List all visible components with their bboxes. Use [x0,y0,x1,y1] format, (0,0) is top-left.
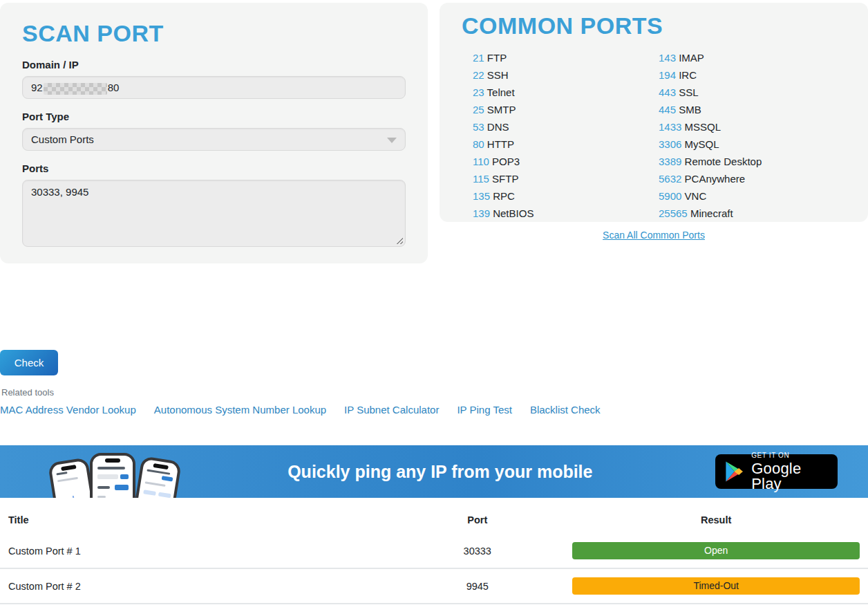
port-number-link[interactable]: 143 [659,52,676,64]
port-service-name: POP3 [489,156,520,167]
port-service-name: MySQL [681,138,719,150]
port-number-link[interactable]: 135 [473,190,490,202]
result-cell: Timed-Out [564,568,868,604]
google-play-badge[interactable]: GET IT ON Google Play [715,454,838,489]
port-service-name: VNC [681,190,706,202]
port-service-name: Remote Desktop [681,156,762,167]
related-tool-link[interactable]: IP Ping Test [457,404,512,416]
port-type-selected-value: Custom Ports [31,133,94,145]
port-service-name: PCAnywhere [681,173,745,185]
top-section: SCAN PORT Domain / IP 9280 Port Type Cus… [0,0,868,263]
scan-port-title: SCAN PORT [22,20,406,47]
common-port-item: 5900 VNC [659,187,846,205]
port-number-link[interactable]: 5632 [659,173,681,185]
port-service-name: IMAP [676,52,704,64]
common-port-item: 3389 Remote Desktop [659,153,846,170]
port-service-name: NetBIOS [490,207,534,219]
port-service-name: SFTP [489,173,519,185]
port-number-link[interactable]: 194 [659,69,676,81]
domain-ip-redacted-mask [44,83,107,95]
port-service-name: SSL [676,86,699,98]
port-number-link[interactable]: 22 [473,69,484,81]
port-number-link[interactable]: 110 [473,156,489,167]
related-tool-link[interactable]: IP Subnet Calculator [344,404,439,416]
result-port: 9945 [390,568,564,604]
port-number-link[interactable]: 3389 [659,156,681,167]
port-type-select[interactable]: Custom Ports [22,128,406,151]
port-service-name: SSH [484,69,509,81]
phone-right [129,456,182,498]
common-port-item: 53 DNS [473,118,659,136]
port-number-link[interactable]: 23 [473,86,484,98]
port-number-link[interactable]: 443 [659,86,676,98]
domain-ip-label: Domain / IP [22,59,406,71]
common-port-item: 25 SMTP [473,101,659,118]
port-service-name: SMTP [484,104,516,115]
port-service-name: HTTP [484,138,514,150]
result-port: 30333 [390,534,564,568]
ports-value: 30333, 9945 [31,186,88,198]
scan-port-panel: SCAN PORT Domain / IP 9280 Port Type Cus… [0,3,428,263]
domain-ip-value-suffix: 80 [108,82,120,93]
common-port-item: 115 SFTP [473,170,659,187]
ports-label: Ports [22,162,406,174]
port-number-link[interactable]: 53 [473,121,484,133]
port-number-link[interactable]: 1433 [659,121,681,133]
common-port-item: 3306 MySQL [659,136,846,153]
scan-all-common-ports-link[interactable]: Scan All Common Ports [603,230,705,241]
header-port: Port [390,498,564,534]
related-tools-label: Related tools [0,387,868,398]
port-number-link[interactable]: 115 [473,173,489,185]
google-play-text: GET IT ON Google Play [751,452,828,492]
common-port-item: 194 IRC [659,66,846,84]
phones-illustration [54,449,178,498]
port-number-link[interactable]: 25565 [659,207,688,219]
domain-ip-input[interactable]: 9280 [22,76,406,99]
domain-ip-value-prefix: 92 [31,82,43,93]
port-number-link[interactable]: 5900 [659,190,681,202]
port-number-link[interactable]: 139 [473,207,490,219]
common-ports-column: COMMON PORTS 21 FTP22 SSH23 Telnet25 SMT… [440,3,868,263]
google-play-label: Google Play [751,461,828,492]
result-status-badge: Open [572,542,860,559]
common-port-item: 143 IMAP [659,49,846,66]
port-number-link[interactable]: 25 [473,104,484,115]
scan-all-wrapper: Scan All Common Ports [440,230,868,241]
common-port-item: 110 POP3 [473,153,659,170]
port-number-link[interactable]: 80 [473,138,484,150]
common-port-item: 22 SSH [473,66,659,84]
common-port-item: 5632 PCAnywhere [659,170,846,187]
result-status-badge: Timed-Out [572,577,860,595]
common-port-item: 80 HTTP [473,136,659,153]
port-type-label: Port Type [22,111,406,122]
common-port-item: 445 SMB [659,101,846,118]
results-header-row: Title Port Result [0,498,868,534]
ports-textarea[interactable]: 30333, 9945 [22,180,406,247]
common-ports-left-column: 21 FTP22 SSH23 Telnet25 SMTP53 DNS80 HTT… [473,49,659,222]
google-play-get-it-on: GET IT ON [751,452,828,459]
mobile-app-banner[interactable]: Quickly ping any IP from your mobile GET… [0,445,868,498]
port-service-name: Telnet [484,86,515,98]
port-service-name: RPC [490,190,515,202]
resize-handle-icon[interactable] [395,236,403,244]
related-tool-link[interactable]: Blacklist Check [530,404,601,416]
phone-center [90,453,135,498]
common-ports-title: COMMON PORTS [462,12,846,39]
banner-headline: Quickly ping any IP from your mobile [287,462,592,482]
port-number-link[interactable]: 445 [659,104,676,115]
common-port-item: 1433 MSSQL [659,118,846,136]
port-service-name: FTP [484,52,507,64]
chevron-down-icon [387,138,397,143]
scan-results-table: Title Port Result Custom Port # 130333Op… [0,498,868,604]
header-result: Result [564,498,868,534]
port-number-link[interactable]: 3306 [659,138,681,150]
common-port-item: 139 NetBIOS [473,205,659,222]
related-tools-links: MAC Address Vendor LookupAutonomous Syst… [0,404,868,416]
port-service-name: MSSQL [681,121,721,133]
port-service-name: Minecraft [688,207,733,219]
check-button[interactable]: Check [0,350,58,375]
related-tool-link[interactable]: MAC Address Vendor Lookup [0,404,136,416]
port-number-link[interactable]: 21 [473,52,484,64]
related-tool-link[interactable]: Autonomous System Number Lookup [154,404,326,416]
result-row: Custom Port # 29945Timed-Out [0,568,868,604]
